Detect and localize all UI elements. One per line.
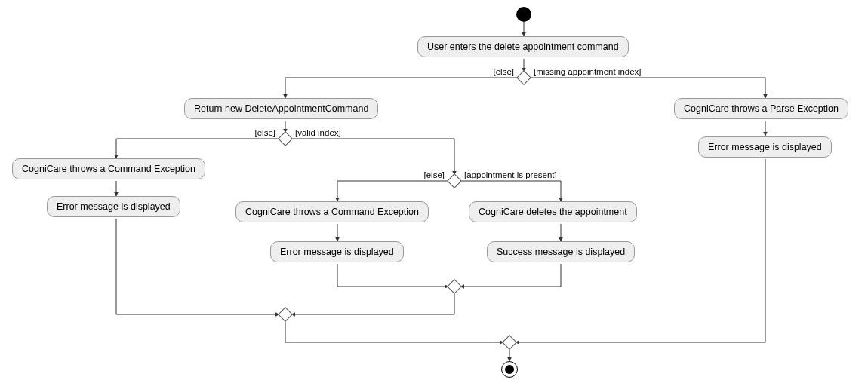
- node-cmd-exception-mid-msg: Error message is displayed: [270, 241, 404, 262]
- node-cmd-exception-left: CogniCare throws a Command Exception: [12, 158, 205, 179]
- guard-missing-index: [missing appointment index]: [534, 67, 642, 76]
- node-delete-appt: CogniCare deletes the appointment: [469, 201, 637, 222]
- guard-valid-index: [valid index]: [295, 128, 341, 137]
- guard-else-2: [else]: [255, 128, 276, 137]
- end-node: [501, 361, 518, 378]
- node-label: CogniCare throws a Command Exception: [245, 207, 419, 217]
- guard-else-3: [else]: [424, 170, 445, 179]
- node-parse-error-msg: Error message is displayed: [698, 136, 832, 158]
- node-label: Error message is displayed: [708, 142, 822, 152]
- node-label: Return new DeleteAppointmentCommand: [194, 103, 368, 114]
- start-node: [516, 7, 531, 22]
- guard-appt-present: [appointment is present]: [464, 170, 557, 179]
- node-label: CogniCare deletes the appointment: [479, 207, 627, 217]
- node-label: Success message is displayed: [497, 247, 625, 257]
- node-return-cmd: Return new DeleteAppointmentCommand: [184, 98, 378, 119]
- node-label: Error message is displayed: [57, 201, 171, 212]
- guard-else-1: [else]: [494, 67, 515, 76]
- node-cmd-exception-mid: CogniCare throws a Command Exception: [235, 201, 429, 222]
- node-success-msg: Success message is displayed: [487, 241, 635, 262]
- node-label: Error message is displayed: [280, 247, 394, 257]
- node-label: User enters the delete appointment comma…: [427, 41, 619, 52]
- node-start-action: User enters the delete appointment comma…: [417, 36, 629, 57]
- node-cmd-exception-left-msg: Error message is displayed: [47, 196, 180, 217]
- node-label: CogniCare throws a Parse Exception: [684, 103, 839, 114]
- node-parse-exception: CogniCare throws a Parse Exception: [674, 98, 848, 119]
- node-label: CogniCare throws a Command Exception: [22, 164, 195, 174]
